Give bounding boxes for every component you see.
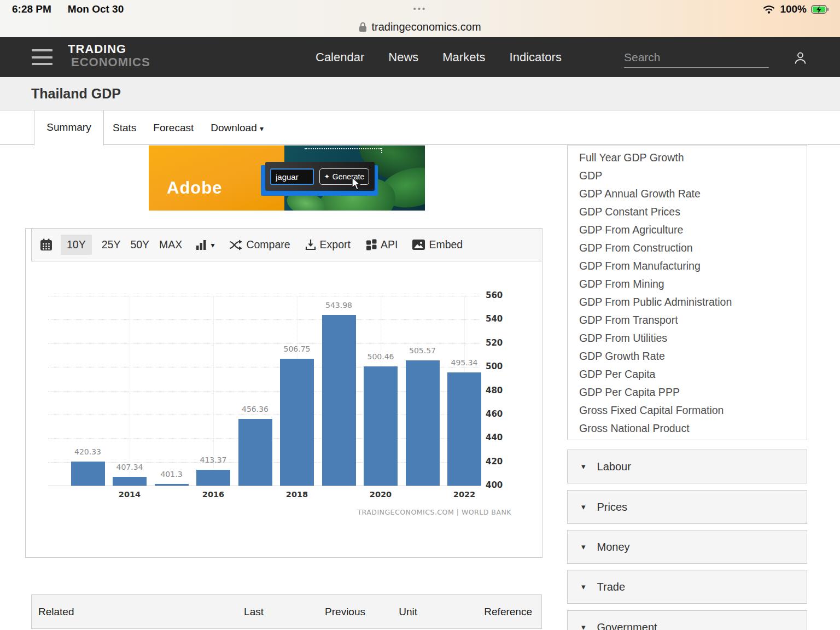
chevron-down-icon: ▾	[211, 241, 214, 249]
trading-economics-logo[interactable]: TRADING ECONOMICS	[68, 43, 150, 69]
indicator-link[interactable]: GDP Growth Rate	[579, 347, 807, 365]
y-tick-label-560: 560	[486, 290, 522, 300]
wifi-icon	[762, 4, 775, 14]
bar-2019[interactable]	[322, 315, 356, 486]
indicator-link[interactable]: GDP	[579, 167, 807, 185]
y-tick-label-480: 480	[486, 386, 522, 395]
status-right-cluster: 100%	[762, 3, 829, 15]
calendar-icon[interactable]	[39, 238, 53, 252]
bar-chart-icon	[195, 240, 207, 250]
bar-value-label-2013: 420.33	[63, 447, 113, 456]
indicator-link[interactable]: GDP From Construction	[579, 239, 807, 257]
section-government[interactable]: ▾ Government	[567, 610, 807, 630]
adobe-ad-banner[interactable]: Adobe ✦ Generate	[149, 145, 425, 211]
indicator-link[interactable]: GDP Annual Growth Rate	[579, 185, 807, 203]
bar-2016[interactable]	[196, 470, 230, 486]
tab-stats[interactable]: Stats	[113, 110, 136, 145]
bar-value-label-2015: 401.3	[147, 470, 196, 479]
range-button-10y[interactable]: 10Y	[61, 235, 92, 255]
hamburger-menu-icon[interactable]	[32, 49, 52, 65]
chart-toolbar: 10Y 25Y 50Y MAX ▾ Compare	[31, 228, 542, 261]
bar-value-label-2022: 495.34	[440, 358, 489, 367]
browser-address-bar[interactable]: tradingeconomics.com	[0, 18, 840, 36]
bar-2014[interactable]	[113, 477, 147, 486]
section-labour[interactable]: ▾ Labour	[567, 450, 807, 483]
x-tick-label-2022: 2022	[442, 490, 486, 499]
section-money[interactable]: ▾ Money	[567, 530, 807, 564]
chevron-down-icon: ▾	[260, 124, 264, 133]
section-trade[interactable]: ▾ Trade	[567, 570, 807, 604]
previous-col-header: Previous	[283, 595, 365, 628]
chart-attribution: TRADINGECONOMICS.COM | WORLD BANK	[293, 508, 511, 516]
tabs-row: Summary Stats Forecast Download ▾	[0, 110, 840, 145]
ad-prompt-input[interactable]	[270, 168, 314, 185]
selection-marquee	[305, 148, 381, 149]
image-icon	[412, 239, 425, 250]
bar-2022[interactable]	[447, 372, 481, 486]
indicator-link[interactable]: Full Year GDP Growth	[579, 149, 807, 167]
y-tick-label-440: 440	[486, 433, 522, 442]
x-tick-label-2018: 2018	[275, 490, 319, 499]
embed-button[interactable]: Embed	[412, 238, 463, 251]
section-prices[interactable]: ▾ Prices	[567, 490, 807, 524]
range-button-50y[interactable]: 50Y	[130, 238, 149, 251]
indicator-link[interactable]: GDP From Transport	[579, 311, 807, 329]
related-col-header: Related	[38, 595, 74, 628]
page-root: 6:28 PM Mon Oct 30 ••• 100%	[0, 0, 840, 630]
indicator-link[interactable]: GDP Per Capita PPP	[579, 383, 807, 401]
chart-type-button[interactable]: ▾	[195, 240, 214, 250]
bar-2018[interactable]	[280, 359, 314, 486]
multitask-ellipsis-icon[interactable]: •••	[0, 4, 840, 13]
logo-line-bottom: ECONOMICS	[71, 56, 150, 69]
indicator-link[interactable]: Gross Fixed Capital Formation	[579, 401, 807, 419]
indicator-link[interactable]: GDP From Manufacturing	[579, 257, 807, 275]
gridline-y-560	[48, 296, 480, 296]
nav-link-calendar[interactable]: Calendar	[316, 50, 364, 65]
nav-link-markets[interactable]: Markets	[442, 50, 485, 65]
bar-2013[interactable]	[71, 462, 105, 486]
indicator-link[interactable]: GDP From Agriculture	[579, 221, 807, 239]
indicator-link[interactable]: Gross National Product	[579, 419, 807, 438]
indicator-link[interactable]: GDP From Mining	[579, 275, 807, 293]
nav-link-news[interactable]: News	[388, 50, 418, 65]
last-col-header: Last	[209, 595, 264, 628]
page-title-bar: Thailand GDP	[0, 77, 840, 110]
bar-2021[interactable]	[406, 360, 440, 486]
x-axis-line	[48, 486, 480, 486]
url-domain: tradingeconomics.com	[371, 21, 481, 33]
indicator-link[interactable]: GDP From Public Administration	[579, 293, 807, 311]
export-button[interactable]: Export	[305, 238, 351, 251]
range-button-25y[interactable]: 25Y	[102, 238, 121, 251]
tab-download[interactable]: Download ▾	[211, 110, 264, 145]
top-navbar: TRADING ECONOMICS Calendar News Markets …	[0, 37, 840, 77]
gridline-x-2014	[130, 296, 130, 486]
nav-links: Calendar News Markets Indicators	[316, 37, 562, 77]
x-tick-label-2014: 2014	[108, 490, 151, 499]
bar-2020[interactable]	[364, 366, 398, 486]
logo-line-top: TRADING	[68, 43, 150, 56]
range-button-max[interactable]: MAX	[159, 238, 182, 251]
x-tick-label-2016: 2016	[191, 490, 235, 499]
y-tick-label-540: 540	[486, 314, 522, 324]
compare-button[interactable]: Compare	[229, 238, 290, 251]
shuffle-icon	[229, 239, 243, 251]
tab-forecast[interactable]: Forecast	[153, 110, 194, 145]
bar-value-label-2021: 505.57	[398, 346, 447, 355]
indicator-link[interactable]: GDP From Utilities	[579, 329, 807, 347]
indicator-link[interactable]: GDP Per Capita	[579, 365, 807, 383]
user-account-icon[interactable]	[793, 50, 808, 65]
search-input[interactable]	[624, 47, 769, 68]
indicator-link[interactable]: GDP Constant Prices	[579, 203, 807, 221]
tab-summary[interactable]: Summary	[34, 110, 104, 145]
download-icon	[305, 238, 317, 251]
nav-link-indicators[interactable]: Indicators	[510, 50, 562, 65]
bar-2015[interactable]	[155, 484, 189, 486]
gridline-y-520	[48, 343, 480, 344]
cursor-arrow-icon	[350, 177, 362, 190]
bar-value-label-2016: 413.37	[189, 456, 238, 464]
x-tick-label-2020: 2020	[359, 490, 402, 499]
api-button[interactable]: API	[366, 238, 398, 251]
gdp-bar-chart[interactable]: 400420440460480500520540560420.33407.344…	[48, 288, 480, 486]
bar-2017[interactable]	[238, 419, 272, 486]
chevron-down-icon: ▾	[581, 582, 586, 592]
